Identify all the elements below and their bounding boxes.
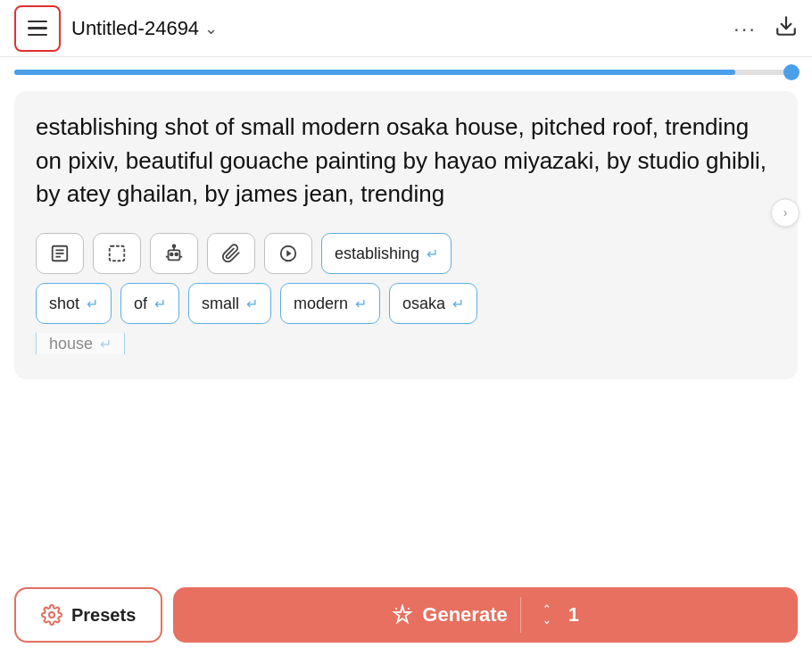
- svg-point-15: [49, 612, 54, 618]
- icon-chips-row: establishing ↵: [36, 233, 776, 274]
- robot-button[interactable]: [150, 233, 198, 274]
- enter-icon: ↵: [154, 295, 166, 312]
- generate-count: 1: [568, 603, 579, 627]
- play-button[interactable]: [264, 233, 312, 274]
- chip-label: modern: [294, 295, 348, 313]
- menu-icon-line2: [28, 27, 47, 29]
- title-chevron-icon[interactable]: ⌄: [204, 19, 218, 38]
- download-button[interactable]: [775, 14, 798, 43]
- progress-fill: [14, 70, 735, 75]
- attachment-button[interactable]: [207, 233, 255, 274]
- text-format-button[interactable]: [36, 233, 84, 274]
- enter-icon: ↵: [355, 295, 367, 312]
- enter-icon: ↵: [87, 295, 98, 312]
- svg-point-10: [173, 245, 176, 247]
- presets-label: Presets: [71, 605, 136, 626]
- chip-label: of: [134, 295, 147, 313]
- generate-button[interactable]: Generate ⌃ ⌄ 1: [173, 587, 798, 643]
- svg-point-8: [175, 253, 178, 256]
- prompt-top: establishing shot of small modern osaka …: [14, 91, 798, 220]
- count-arrows-icon: ⌃ ⌄: [543, 603, 551, 627]
- chip-label: establishing: [335, 245, 419, 263]
- progress-indicator: [783, 64, 800, 80]
- word-chip-modern[interactable]: modern ↵: [280, 283, 380, 324]
- menu-icon-line1: [28, 21, 47, 23]
- bottom-bar: Presets Generate ⌃ ⌄ 1: [0, 575, 812, 664]
- menu-icon-line3: [28, 34, 47, 37]
- expand-button[interactable]: ›: [771, 198, 800, 227]
- divider: [520, 597, 521, 633]
- generate-label: Generate: [422, 603, 507, 627]
- prompt-wrapper: establishing shot of small modern osaka …: [14, 91, 798, 379]
- page-title: Untitled-24694: [71, 17, 199, 40]
- progress-track: [14, 70, 798, 75]
- word-chip-establishing[interactable]: establishing ↵: [321, 233, 452, 274]
- progress-section: [0, 57, 812, 82]
- menu-button[interactable]: [14, 5, 61, 52]
- svg-rect-5: [110, 246, 125, 261]
- more-options-button[interactable]: ···: [733, 16, 757, 41]
- svg-point-17: [395, 608, 397, 610]
- sparkle-icon: [392, 604, 413, 626]
- enter-icon: ↵: [246, 295, 258, 312]
- enter-icon: ↵: [100, 336, 112, 353]
- svg-point-7: [170, 253, 173, 256]
- main-content: establishing shot of small modern osaka …: [0, 82, 812, 397]
- selection-button[interactable]: [93, 233, 141, 274]
- word-chip-small[interactable]: small ↵: [188, 283, 271, 324]
- chip-label: house: [49, 335, 93, 353]
- chip-label: shot: [49, 295, 79, 313]
- chip-label: osaka: [402, 295, 445, 313]
- presets-button[interactable]: Presets: [14, 587, 162, 643]
- enter-icon: ↵: [427, 245, 438, 262]
- chip-label: small: [202, 295, 239, 313]
- header: Untitled-24694 ⌄ ···: [0, 0, 812, 57]
- title-area: Untitled-24694 ⌄: [71, 17, 723, 40]
- enter-icon: ↵: [452, 295, 464, 312]
- prompt-text[interactable]: establishing shot of small modern osaka …: [36, 111, 776, 212]
- word-chips-row: shot ↵ of ↵ small ↵ modern ↵ osaka ↵: [36, 283, 776, 324]
- word-chip-shot[interactable]: shot ↵: [36, 283, 112, 324]
- word-chip-more1[interactable]: house ↵: [36, 333, 125, 354]
- chips-area: establishing ↵ shot ↵ of ↵ small ↵: [14, 220, 798, 379]
- word-chips-row3: house ↵: [36, 333, 776, 354]
- header-actions: ···: [733, 14, 798, 43]
- word-chip-of[interactable]: of ↵: [120, 283, 179, 324]
- word-chip-osaka[interactable]: osaka ↵: [389, 283, 477, 324]
- svg-marker-14: [286, 250, 292, 256]
- gear-icon: [41, 604, 62, 626]
- count-section: ⌃ ⌄: [534, 603, 559, 627]
- svg-point-16: [408, 608, 410, 610]
